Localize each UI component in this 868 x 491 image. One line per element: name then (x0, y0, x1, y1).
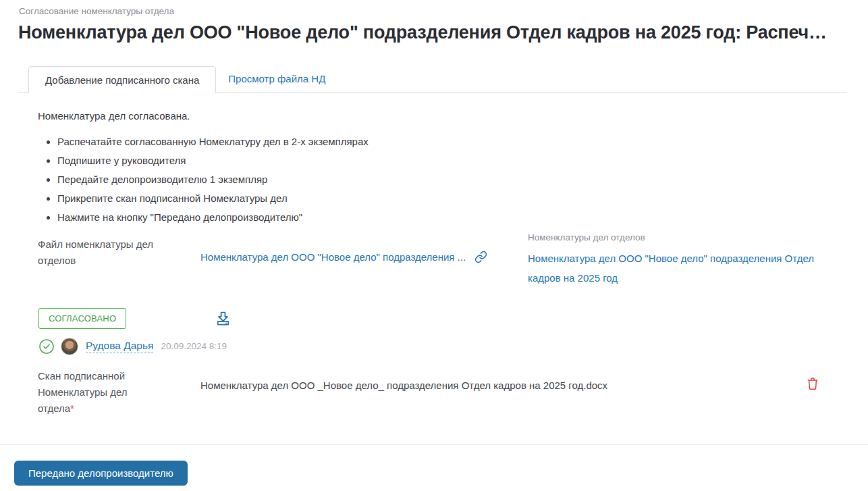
intro-text: Номенклатура дел согласована. (38, 110, 868, 122)
instruction-list: Распечатайте согласованную Номеклатуру д… (38, 135, 868, 224)
list-item: Подпишите у руководителя (57, 154, 868, 167)
approval-row: Рудова Дарья 20.09.2024 8:19 (38, 337, 868, 355)
status-badge: СОГЛАСОВАНО (38, 308, 126, 329)
task-page: Согласование номенклатуры отдела Номенкл… (0, 0, 868, 491)
footer-divider (0, 444, 868, 445)
breadcrumb: Согласование номенклатуры отдела (19, 6, 849, 17)
tab-bar: Добавление подписанного скана Просмотр ф… (18, 66, 847, 93)
list-item: Прикрепите скан подписанной Номеклатуры … (57, 192, 868, 205)
tab-view-nd-file[interactable]: Просмотр файла НД (216, 66, 337, 93)
stamp-icon[interactable] (215, 310, 232, 327)
related-record: Номенклатуры дел отделов Номенклатура де… (528, 232, 828, 288)
approver-name-link[interactable]: Рудова Дарья (86, 340, 153, 353)
scan-file-name[interactable]: Номенклатура дел ООО _Новое дело_ подраз… (200, 368, 607, 392)
list-item: Нажмите на кнопку "Передано делопроизвод… (57, 211, 868, 224)
submit-button[interactable]: Передано делопроизводителю (14, 461, 188, 486)
file-field-row: Файл номенклатуры дел отделов Номенклату… (38, 236, 868, 288)
related-caption: Номенклатуры дел отделов (528, 232, 828, 243)
nd-file-link[interactable]: Номенклатура дел ООО "Новое дело" подраз… (200, 251, 466, 263)
related-record-link[interactable]: Номенклатура дел ООО "Новое дело" подраз… (528, 249, 828, 288)
approval-timestamp: 20.09.2024 8:19 (161, 341, 227, 351)
list-item: Передайте делопроизводителю 1 экземпляр (57, 173, 868, 186)
check-circle-icon (38, 338, 55, 355)
chain-link-icon[interactable] (474, 251, 487, 263)
tab-add-signed-scan[interactable]: Добавление подписанного скана (28, 66, 216, 93)
scan-field-label: Скан подписанной Номенклатуры дел отдела… (38, 368, 156, 417)
status-row: СОГЛАСОВАНО (38, 308, 868, 329)
trash-icon[interactable] (806, 368, 819, 391)
list-item: Распечатайте согласованную Номеклатуру д… (57, 135, 868, 149)
scan-field-row: Скан подписанной Номенклатуры дел отдела… (38, 368, 868, 417)
file-field-value: Номенклатура дел ООО "Новое дело" подраз… (200, 236, 528, 263)
task-content: Номенклатура дел согласована. Распечатай… (38, 110, 868, 417)
required-asterisk: * (70, 403, 74, 414)
file-field-label: Файл номенклатуры дел отделов (38, 236, 156, 269)
scan-field-label-text: Скан подписанной Номенклатуры дел отдела (38, 370, 128, 414)
page-title: Номенклатура дел ООО "Новое дело" подраз… (18, 22, 850, 43)
avatar[interactable] (61, 338, 78, 355)
